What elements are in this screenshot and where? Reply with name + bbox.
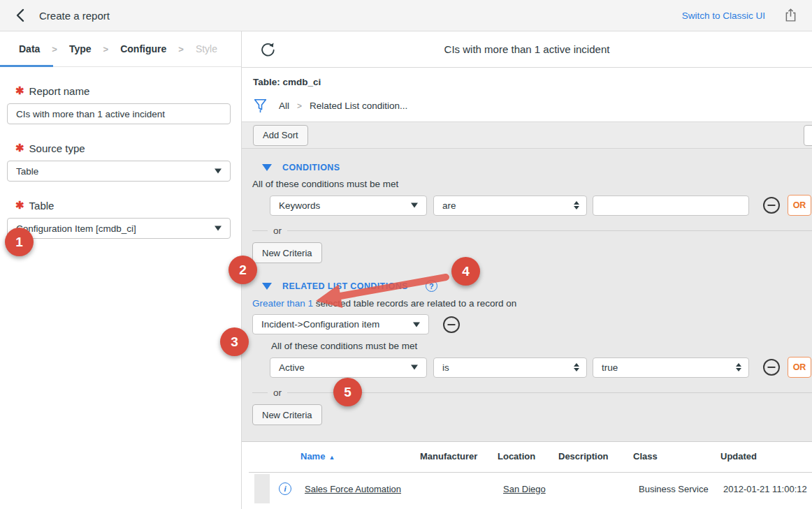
report-settings-sidebar: Data > Type > Configure > Style ✱ Report… (0, 31, 242, 509)
condition-row: Keywords are OR (270, 195, 812, 216)
or-divider: or (252, 226, 812, 236)
minus-circle-icon (762, 196, 781, 214)
up-down-arrows-icon (574, 201, 579, 209)
column-header-updated[interactable]: Updated (720, 451, 757, 462)
new-criteria-button[interactable]: New Criteria (252, 242, 322, 263)
greater-than-link[interactable]: Greater than 1 (252, 298, 313, 309)
sort-toolbar: Add Sort (242, 122, 812, 149)
remove-condition-button[interactable] (762, 196, 781, 214)
table-name-label: Table: cmdb_ci (253, 77, 812, 87)
add-sort-button[interactable]: Add Sort (253, 125, 308, 146)
sentence-rest: selected table records are related to a … (316, 298, 516, 309)
column-header-location[interactable]: Location (498, 451, 535, 462)
share-button[interactable] (783, 8, 798, 23)
app-header: Create a report Switch to Classic UI (0, 0, 812, 31)
related-list-section-title: RELATED LIST CONDITIONS (282, 281, 408, 291)
or-label: or (273, 388, 282, 398)
condition-field-select[interactable]: Keywords (270, 196, 427, 216)
remove-related-table-button[interactable] (442, 316, 461, 334)
source-type-label: Source type (29, 142, 85, 154)
minus-circle-icon (762, 358, 781, 376)
related-operator-select[interactable]: is (433, 357, 587, 378)
column-header-description[interactable]: Description (558, 451, 609, 462)
or-divider: or (252, 388, 812, 398)
tab-configure[interactable]: Configure (120, 43, 166, 54)
report-name-field-group: ✱ Report name (7, 84, 231, 124)
info-icon[interactable]: i (279, 482, 291, 495)
help-icon[interactable]: ? (426, 280, 437, 292)
condition-field-value: Keywords (279, 200, 320, 211)
chevron-left-icon (14, 8, 27, 22)
chevron-down-icon (413, 322, 420, 327)
column-header-manufacturer[interactable]: Manufacturer (420, 451, 477, 462)
share-icon (783, 8, 798, 23)
tab-type[interactable]: Type (69, 43, 92, 54)
breadcrumb-condition[interactable]: Related List condition... (310, 101, 407, 111)
condition-operator-value: are (442, 200, 456, 211)
tab-separator: > (178, 44, 184, 54)
page-title: Create a report (39, 10, 110, 22)
source-type-value: Table (16, 166, 38, 177)
breadcrumb-separator: > (297, 101, 302, 111)
results-table: Name▲ Manufacturer Location Description … (242, 441, 812, 509)
switch-to-classic-link[interactable]: Switch to Classic UI (682, 10, 765, 21)
breadcrumb-all[interactable]: All (279, 101, 289, 111)
related-operator-value: is (442, 362, 449, 373)
report-preview-pane: CIs with more than 1 active incident Tab… (242, 31, 812, 509)
collapse-triangle-icon[interactable] (262, 283, 272, 290)
conditions-group-label: All of these conditions must be met (252, 179, 812, 189)
source-type-select[interactable]: Table (7, 161, 231, 182)
required-icon: ✱ (15, 142, 24, 154)
related-table-select[interactable]: Incident->Configuration item (252, 314, 429, 334)
or-condition-button[interactable]: OR (788, 195, 811, 216)
row-location-link[interactable]: San Diego (503, 484, 546, 494)
chevron-down-icon (215, 226, 222, 231)
condition-operator-select[interactable]: are (433, 196, 587, 216)
tab-separator: > (52, 44, 57, 54)
header-divider (249, 472, 812, 473)
source-type-field-group: ✱ Source type Table (7, 142, 231, 182)
chevron-down-icon (411, 203, 418, 208)
conditions-section-title: CONDITIONS (282, 163, 340, 172)
related-value-select[interactable]: true (593, 357, 749, 378)
up-down-arrows-icon (736, 363, 741, 371)
cut-off-button[interactable] (804, 125, 812, 146)
refresh-button[interactable] (259, 41, 276, 58)
filter-funnel-icon[interactable] (253, 98, 268, 114)
report-name-label: Report name (29, 85, 90, 97)
table-select[interactable]: Configuration Item [cmdb_ci] (7, 218, 231, 239)
refresh-icon (259, 41, 276, 58)
chevron-down-icon (215, 169, 222, 174)
up-down-arrows-icon (574, 363, 579, 371)
condition-value-input[interactable] (593, 196, 749, 216)
minus-circle-icon (442, 316, 461, 334)
related-field-select[interactable]: Active (270, 357, 427, 378)
tab-data[interactable]: Data (19, 43, 40, 54)
report-name-input[interactable] (7, 103, 231, 124)
required-icon: ✱ (15, 199, 24, 212)
related-group-label: All of these conditions must be met (271, 341, 812, 351)
related-condition-row: Active is true (270, 357, 812, 378)
table-value: Configuration Item [cmdb_ci] (16, 223, 136, 234)
or-related-condition-button[interactable]: OR (788, 357, 811, 378)
related-value: true (602, 362, 618, 373)
active-tab-underline (0, 65, 53, 67)
table-field-group: ✱ Table Configuration Item [cmdb_ci] (7, 199, 231, 239)
remove-related-condition-button[interactable] (762, 358, 781, 376)
column-header-name[interactable]: Name▲ (300, 451, 335, 462)
related-table-value: Incident->Configuration item (261, 319, 379, 330)
row-updated-value: 2012-01-21 11:00:12 (723, 484, 807, 494)
row-selector-cell[interactable] (254, 474, 270, 503)
table-info-section: Table: cmdb_ci All > Related List condit… (242, 68, 812, 122)
related-list-sentence: Greater than 1 selected table records ar… (252, 298, 812, 309)
back-button[interactable] (14, 8, 27, 22)
or-label: or (273, 226, 282, 236)
row-name-link[interactable]: Sales Force Automation (305, 484, 401, 494)
column-header-class[interactable]: Class (633, 451, 658, 462)
conditions-area: CONDITIONS All of these conditions must … (242, 149, 812, 441)
new-criteria-button-related[interactable]: New Criteria (252, 404, 322, 425)
table-label: Table (29, 200, 55, 212)
required-icon: ✱ (15, 84, 24, 97)
collapse-triangle-icon[interactable] (262, 164, 272, 171)
tab-separator: > (103, 44, 109, 54)
